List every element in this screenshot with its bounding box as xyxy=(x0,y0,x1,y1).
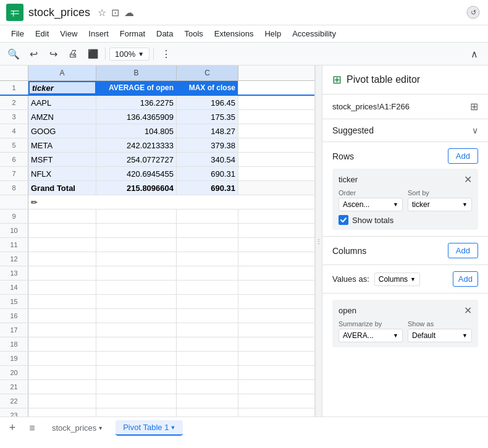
col-header-b[interactable]: B xyxy=(96,66,177,80)
open-chip-close-icon[interactable]: ✕ xyxy=(464,305,472,316)
toolbar-divider2 xyxy=(153,48,154,60)
cell-a[interactable]: AAPL xyxy=(28,96,96,109)
show-as-select[interactable]: Default ▼ xyxy=(408,329,472,342)
values-add-button[interactable]: Add xyxy=(453,271,478,287)
show-totals-checkbox[interactable] xyxy=(339,215,348,225)
svg-rect-0 xyxy=(11,8,19,17)
columns-add-button[interactable]: Add xyxy=(448,243,478,258)
cell-c[interactable]: 175.35 xyxy=(177,110,238,124)
summarize-control-group: Summarize by AVERA... ▼ xyxy=(339,320,403,342)
order-label: Order xyxy=(339,189,403,197)
cell-c[interactable]: 379.38 xyxy=(177,138,238,152)
rows-header: Rows Add xyxy=(332,148,478,164)
values-as-select[interactable]: Columns ▼ xyxy=(374,273,420,286)
more-options-button[interactable]: ⋮ xyxy=(158,45,175,62)
cell-a[interactable]: MSFT xyxy=(28,153,96,166)
menu-help[interactable]: Help xyxy=(259,27,286,41)
cell-b[interactable]: 136.2275 xyxy=(96,96,177,109)
sheet-menu-button[interactable]: ≡ xyxy=(25,421,40,436)
cell-a[interactable]: Grand Total xyxy=(28,181,96,195)
open-chip-header: open ✕ xyxy=(339,305,472,316)
show-as-control-group: Show as Default ▼ xyxy=(408,320,472,342)
cell-c[interactable]: 148.27 xyxy=(177,124,238,138)
menu-format[interactable]: Format xyxy=(115,27,150,41)
cell-b[interactable]: 215.8096604 xyxy=(96,181,177,195)
cell-a[interactable]: NFLX xyxy=(28,167,96,180)
cell-c[interactable]: 690.31 xyxy=(177,181,238,195)
menu-view[interactable]: View xyxy=(55,27,82,41)
cell-b[interactable]: 104.805 xyxy=(96,124,177,138)
menu-data[interactable]: Data xyxy=(151,27,178,41)
menu-tools[interactable]: Tools xyxy=(179,27,208,41)
menu-insert[interactable]: Insert xyxy=(83,27,114,41)
pivot-table-icon: ⊞ xyxy=(332,73,342,87)
row-num: 2 xyxy=(0,96,28,109)
print-button[interactable]: 🖨 xyxy=(64,45,82,62)
rows-add-button[interactable]: Add xyxy=(448,148,478,164)
order-value: Ascen... xyxy=(343,200,369,209)
cell-1-a[interactable]: ticker xyxy=(28,81,96,95)
suggested-section: Suggested ∨ xyxy=(322,119,488,142)
order-select[interactable]: Ascen... ▼ xyxy=(339,198,403,211)
summarize-select[interactable]: AVERA... ▼ xyxy=(339,329,403,342)
empty-row: 17 xyxy=(0,323,314,337)
data-rows: 2AAPL136.2275196.453AMZN136.4365909175.3… xyxy=(0,96,314,209)
range-grid-icon[interactable]: ⊞ xyxy=(470,101,478,112)
cell-c[interactable]: 196.45 xyxy=(177,96,238,109)
cell-c[interactable]: 690.31 xyxy=(177,167,238,180)
undo-button[interactable]: ↩ xyxy=(25,45,42,62)
edit-icon[interactable]: ✏ xyxy=(28,195,40,209)
cell-b[interactable]: 254.0772727 xyxy=(96,153,177,166)
cloud-icon[interactable]: ☁ xyxy=(124,7,134,19)
ticker-chip-close-icon[interactable]: ✕ xyxy=(464,174,472,185)
star-icon[interactable]: ☆ xyxy=(98,7,106,19)
order-control-group: Order Ascen... ▼ xyxy=(339,189,403,211)
redo-button[interactable]: ↪ xyxy=(44,45,62,62)
menu-extensions[interactable]: Extensions xyxy=(209,27,259,41)
collapse-formula-button[interactable]: ∧ xyxy=(466,45,483,62)
row-num: 5 xyxy=(0,138,28,152)
col-header-a[interactable]: A xyxy=(28,66,96,80)
folder-icon[interactable]: ⊡ xyxy=(111,7,119,19)
empty-row: 18 xyxy=(0,337,314,352)
sortby-select[interactable]: ticker ▼ xyxy=(408,198,472,211)
cell-1-c[interactable]: MAX of close xyxy=(177,81,238,95)
cell-a[interactable]: AMZN xyxy=(28,110,96,124)
cell-a[interactable]: GOOG xyxy=(28,124,96,138)
col-header-c[interactable]: C xyxy=(177,66,238,80)
ticker-chip: ticker ✕ Order Ascen... ▼ Sort by xyxy=(332,169,478,230)
zoom-selector[interactable]: 100% ▼ xyxy=(109,48,149,61)
cell-b[interactable]: 136.4365909 xyxy=(96,110,177,124)
menu-accessibility[interactable]: Accessibility xyxy=(287,27,341,41)
show-as-label: Show as xyxy=(408,320,472,328)
menu-edit[interactable]: Edit xyxy=(30,27,54,41)
suggested-chevron-icon[interactable]: ∨ xyxy=(472,125,478,135)
paintformat-button[interactable]: ⬛ xyxy=(84,45,101,62)
row-num: 3 xyxy=(0,110,28,124)
sortby-label: Sort by xyxy=(408,189,472,197)
cell-b[interactable]: 242.0213333 xyxy=(96,138,177,152)
search-button[interactable]: 🔍 xyxy=(5,45,22,62)
tab-stock-prices[interactable]: stock_prices ▼ xyxy=(44,421,111,435)
cell-a[interactable]: META xyxy=(28,138,96,152)
header-row: 1 ticker AVERAGE of open MAX of close xyxy=(0,81,314,96)
empty-row: 13 xyxy=(0,266,314,281)
menu-file[interactable]: File xyxy=(6,27,29,41)
add-sheet-button[interactable]: + xyxy=(5,421,20,436)
account-icon[interactable]: ↺ xyxy=(465,4,482,21)
cell-b[interactable]: 420.6945455 xyxy=(96,167,177,180)
rows-label: Rows xyxy=(332,151,354,161)
suggested-header: Suggested ∨ xyxy=(332,125,478,135)
ticker-chip-header: ticker ✕ xyxy=(339,174,472,185)
cell-1-b[interactable]: AVERAGE of open xyxy=(96,81,177,95)
open-chip-controls: Summarize by AVERA... ▼ Show as Default … xyxy=(339,320,472,342)
collapse-handle[interactable]: ⋮ xyxy=(315,66,322,416)
empty-row: 19 xyxy=(0,352,314,366)
cell-c[interactable]: 340.54 xyxy=(177,153,238,166)
show-totals-row: Show totals xyxy=(339,215,472,225)
columns-label: Columns xyxy=(332,246,366,256)
tab-pivot-table-1[interactable]: Pivot Table 1 ▼ xyxy=(116,420,183,436)
tab-stock-prices-arrow-icon: ▼ xyxy=(98,425,103,431)
menu-bar: File Edit View Insert Format Data Tools … xyxy=(0,25,488,43)
table-row: 8Grand Total215.8096604690.31 xyxy=(0,181,314,195)
